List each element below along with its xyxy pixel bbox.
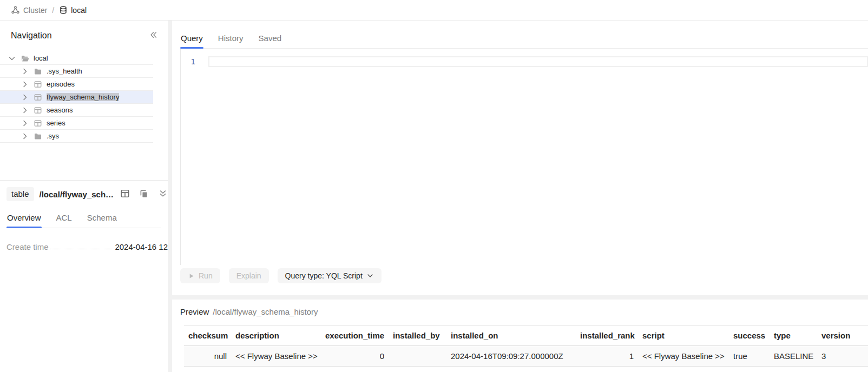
line-number: 1: [191, 57, 195, 66]
column-header-installed_by: installed_by: [389, 326, 446, 346]
explain-button-label: Explain: [236, 271, 261, 280]
tree-item-.sys_health[interactable]: .sys_health: [0, 65, 153, 78]
run-button[interactable]: Run: [180, 268, 220, 283]
double-chevron-down-icon: [158, 189, 168, 200]
table-icon: [34, 106, 42, 115]
editor-current-line: [208, 56, 868, 67]
app-root: Cluster / local Navigation: [0, 0, 868, 372]
info-label: Create time: [6, 242, 49, 251]
entity-type-badge: table: [6, 187, 34, 201]
dotted-leader: [50, 249, 114, 249]
preview-table: checksumdescriptionexecution_timeinstall…: [184, 325, 868, 367]
chevron-right-icon[interactable]: [21, 119, 29, 128]
chevron-down-icon[interactable]: [8, 54, 16, 63]
object-summary-actions: [120, 189, 168, 200]
query-type-dropdown[interactable]: Query type: YQL Script: [278, 268, 382, 283]
breadcrumb-item-cluster[interactable]: Cluster: [11, 5, 47, 15]
tree-item-label: series: [47, 119, 65, 127]
column-header-installed_rank: installed_rank: [576, 326, 638, 346]
chevron-right-icon[interactable]: [21, 67, 29, 76]
folder-icon: [34, 132, 42, 141]
tree-item-seasons[interactable]: seasons: [0, 104, 153, 117]
editor-code-area[interactable]: [208, 56, 868, 265]
tree-item-label: flyway_schema_history: [47, 93, 119, 101]
column-header-checksum: checksum: [184, 326, 231, 346]
tree-item-label: .sys: [47, 132, 59, 140]
collapse-panel-button[interactable]: [149, 30, 158, 41]
object-summary-tabs: Overview ACL Schema: [6, 213, 161, 228]
preview-path: /local/flyway_schema_history: [213, 307, 318, 316]
preview-section: Preview /local/flyway_schema_history che…: [172, 300, 868, 372]
double-chevron-left-icon: [149, 30, 158, 41]
cell-checksum: null: [184, 346, 231, 367]
table-icon: [34, 119, 42, 128]
database-icon: [59, 5, 68, 15]
tree-item-series[interactable]: series: [0, 117, 153, 130]
chevron-right-icon[interactable]: [21, 132, 29, 141]
expand-summary-button[interactable]: [158, 189, 168, 200]
navigation-header: Navigation: [0, 21, 168, 41]
copy-path-button[interactable]: [139, 189, 149, 200]
left-panel: Navigation local.sys_healthepisodesflywa…: [0, 21, 168, 372]
object-summary: table /local/flyway_sch…: [0, 180, 168, 372]
folder-icon: [34, 67, 42, 76]
tree-item-flyway_schema_history[interactable]: flyway_schema_history: [0, 91, 153, 104]
navigation-section: Navigation local.sys_healthepisodesflywa…: [0, 21, 168, 180]
cluster-icon: [11, 5, 20, 15]
cell-success: true: [729, 346, 770, 367]
preview-table-wrap: checksumdescriptionexecution_timeinstall…: [184, 325, 868, 367]
column-header-success: success: [729, 326, 770, 346]
explain-button[interactable]: Explain: [229, 268, 269, 283]
tree-item-local[interactable]: local: [0, 52, 153, 65]
query-type-label: Query type: YQL Script: [285, 271, 363, 280]
cell-description: << Flyway Baseline >>: [231, 346, 321, 367]
vertical-splitter[interactable]: [168, 21, 172, 372]
column-header-type: type: [770, 326, 817, 346]
cell-installed_rank: 1: [576, 346, 638, 367]
editor-gutter: 1: [181, 56, 208, 265]
query-editor[interactable]: 1: [180, 49, 868, 265]
cell-installed_by: [389, 346, 446, 367]
breadcrumb-item-local[interactable]: local: [59, 5, 87, 15]
table-header-row: checksumdescriptionexecution_timeinstall…: [184, 326, 868, 346]
tree-item-episodes[interactable]: episodes: [0, 78, 153, 91]
folder-open-icon: [21, 54, 29, 63]
main-panel: Query History Saved 1 Run: [172, 21, 868, 372]
play-icon: [188, 273, 195, 280]
chevron-right-icon[interactable]: [21, 80, 29, 89]
horizontal-splitter[interactable]: [172, 295, 868, 300]
entity-path: /local/flyway_sch…: [40, 190, 114, 199]
open-preview-button[interactable]: [120, 189, 130, 200]
column-header-description: description: [231, 326, 321, 346]
chevron-right-icon[interactable]: [21, 93, 29, 102]
chevron-down-icon: [366, 272, 374, 280]
query-actions: Run Explain Query type: YQL Script: [180, 268, 868, 283]
tab-schema[interactable]: Schema: [87, 213, 117, 228]
table-grid-icon: [120, 189, 130, 200]
tree-item-.sys[interactable]: .sys: [0, 130, 153, 143]
tab-acl[interactable]: ACL: [56, 213, 73, 228]
preview-title: Preview: [180, 307, 209, 316]
info-value: 2024-04-16 12: [115, 242, 168, 251]
navigation-title: Navigation: [11, 31, 52, 41]
tab-saved[interactable]: Saved: [258, 34, 282, 48]
chevron-right-icon[interactable]: [21, 106, 29, 115]
info-row-create-time: Create time 2024-04-16 12: [6, 242, 168, 251]
run-button-label: Run: [199, 271, 213, 280]
table-icon: [34, 93, 42, 102]
breadcrumb-separator: /: [52, 6, 54, 15]
tab-query[interactable]: Query: [180, 34, 203, 48]
tree-item-label: episodes: [47, 80, 75, 88]
table-icon: [34, 80, 42, 89]
tab-overview[interactable]: Overview: [6, 213, 42, 228]
column-header-installed_on: installed_on: [446, 326, 576, 346]
tree-item-label: seasons: [47, 106, 73, 114]
tab-history[interactable]: History: [218, 34, 244, 48]
object-summary-header: table /local/flyway_sch…: [6, 187, 168, 201]
breadcrumb-cluster-label: Cluster: [23, 6, 47, 15]
content-row: Navigation local.sys_healthepisodesflywa…: [0, 21, 868, 372]
breadcrumb: Cluster / local: [0, 0, 868, 21]
tree-item-label: local: [34, 54, 48, 62]
column-header-execution_time: execution_time: [321, 326, 389, 346]
cell-type: BASELINE: [770, 346, 817, 367]
